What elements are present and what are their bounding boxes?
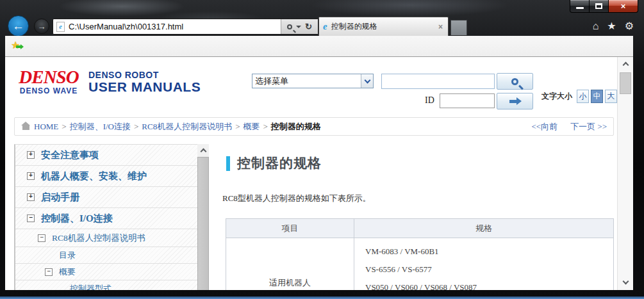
- page-scrollbar[interactable]: [617, 57, 633, 290]
- site-title-line1: DENSO ROBOT: [88, 70, 201, 80]
- text-size-small-button[interactable]: 小: [577, 90, 589, 103]
- chevron-up-icon: [200, 149, 206, 155]
- page-content: DENSO DENSO WAVE DENSO ROBOT USER MANUAL…: [5, 57, 633, 290]
- expand-icon[interactable]: +: [27, 151, 35, 159]
- back-icon: ←: [12, 19, 24, 33]
- text-size-label: 文字大小: [541, 91, 572, 102]
- expand-icon[interactable]: +: [27, 172, 35, 180]
- denso-logo-text: DENSO: [14, 67, 83, 86]
- close-button[interactable]: ×: [609, 0, 638, 13]
- scroll-up-button[interactable]: [618, 57, 633, 70]
- spec-line: VM-6083 / VM-60B1: [365, 243, 613, 261]
- address-bar[interactable]: e C:\UserManual\zh\001317.html ↻: [53, 19, 318, 35]
- minimize-button[interactable]: [570, 0, 590, 13]
- sidebar-item[interactable]: 目录: [15, 247, 197, 264]
- next-page-link[interactable]: 下一页 >>: [570, 121, 607, 133]
- table-row: 适用机器人 VM-6083 / VM-60B1VS-6556 / VS-6577…: [226, 238, 614, 291]
- id-go-button[interactable]: [497, 93, 533, 109]
- refresh-icon[interactable]: ↻: [305, 22, 312, 31]
- text-size-control: 文字大小 小 中 大: [541, 90, 617, 103]
- spec-cell: VM-6083 / VM-60B1VS-6556 / VS-6577VS050 …: [354, 238, 614, 291]
- denso-wave-text: DENSO WAVE: [14, 86, 83, 95]
- search-icon[interactable]: [287, 24, 292, 29]
- sidebar-scrollbar[interactable]: [197, 144, 209, 290]
- tab-close-icon[interactable]: ×: [437, 22, 444, 31]
- close-icon: ×: [621, 2, 626, 10]
- browser-tab[interactable]: e 控制器的规格 ×: [318, 17, 449, 36]
- text-size-large-button[interactable]: 大: [605, 90, 617, 103]
- collapse-icon[interactable]: −: [38, 234, 45, 242]
- settings-gear-icon[interactable]: ⚙: [625, 20, 634, 33]
- ie-icon: e: [323, 21, 327, 32]
- chevron-up-icon: [622, 61, 629, 68]
- item-cell: 适用机器人: [226, 238, 354, 291]
- sidebar-item[interactable]: −概要: [15, 264, 197, 280]
- maximize-button[interactable]: [590, 0, 609, 13]
- minimize-icon: [576, 7, 584, 9]
- chevron-down-icon: [622, 278, 629, 284]
- column-header-item: 项目: [226, 219, 354, 238]
- pager: <<向前 下一页 >>: [531, 121, 607, 133]
- intro-text: RC8型机器人控制器的规格如下表所示。: [222, 193, 371, 204]
- collapse-icon[interactable]: −: [27, 214, 35, 222]
- site-title-line2: USER MANUALS: [88, 80, 201, 94]
- text-size-medium-button[interactable]: 中: [591, 90, 603, 103]
- address-tools: ↻: [281, 19, 318, 34]
- spec-line: VS-6556 / VS-6577: [365, 261, 613, 279]
- favorites-bar: ★: [5, 36, 633, 57]
- address-text[interactable]: C:\UserManual\zh\001317.html: [69, 22, 281, 31]
- home-house-icon[interactable]: [22, 125, 29, 130]
- scroll-down-button[interactable]: [618, 275, 633, 289]
- breadcrumb-separator: >: [62, 122, 66, 132]
- home-icon[interactable]: ⌂: [593, 20, 599, 33]
- back-button[interactable]: ←: [8, 15, 29, 36]
- menu-select-value: 选择菜单: [252, 76, 361, 87]
- sidebar-item[interactable]: 控制器型式: [15, 280, 197, 290]
- sidebar-item[interactable]: +启动手册: [15, 187, 197, 208]
- sidebar-item-label: RC8机器人控制器说明书: [52, 232, 145, 244]
- id-label: ID: [425, 95, 434, 106]
- breadcrumb-link[interactable]: 控制器、I/O连接: [70, 121, 131, 133]
- sidebar-item-label: 目录: [59, 250, 76, 261]
- breadcrumb: HOME>控制器、I/O连接>RC8机器人控制器说明书>概要>控制器的规格 <<…: [14, 117, 614, 136]
- sidebar-item[interactable]: −RC8机器人控制器说明书: [15, 229, 197, 247]
- breadcrumb-link[interactable]: HOME: [34, 122, 58, 132]
- window-controls: ×: [570, 0, 638, 13]
- search-input[interactable]: [381, 74, 495, 89]
- page-title: 控制器的规格: [237, 154, 322, 172]
- add-favorite-icon[interactable]: ★: [11, 40, 24, 52]
- breadcrumb-current: 控制器的规格: [271, 121, 321, 133]
- sidebar-item[interactable]: −控制器、I/O连接: [15, 208, 197, 229]
- green-arrow-icon: [16, 45, 21, 48]
- forward-button[interactable]: →: [34, 19, 49, 34]
- menu-select[interactable]: 选择菜单: [252, 74, 374, 88]
- expand-icon[interactable]: +: [27, 193, 35, 201]
- scroll-thumb[interactable]: [620, 72, 631, 94]
- sidebar-scroll-thumb[interactable]: [197, 157, 209, 290]
- sidebar-item-label: 安全注意事项: [41, 149, 99, 161]
- collapse-icon[interactable]: −: [45, 268, 53, 276]
- sidebar-scroll-up-button[interactable]: [197, 144, 209, 157]
- menu-select-button[interactable]: [361, 74, 373, 88]
- id-input[interactable]: [440, 93, 495, 108]
- breadcrumb-link[interactable]: 概要: [244, 121, 260, 133]
- search-button[interactable]: [497, 73, 533, 90]
- favorites-star-icon[interactable]: ★: [607, 20, 616, 33]
- sidebar-item[interactable]: +安全注意事项: [15, 145, 197, 166]
- tab-title: 控制器的规格: [331, 21, 437, 32]
- breadcrumb-separator: >: [235, 122, 240, 132]
- heading-accent-bar: [226, 156, 230, 171]
- denso-logo[interactable]: DENSO DENSO WAVE: [14, 67, 83, 95]
- spec-table: 项目 规格 适用机器人 VM-6083 / VM-60B1VS-6556 / V…: [226, 218, 614, 290]
- forward-icon: →: [38, 22, 46, 31]
- sidebar-item-label: 启动手册: [41, 191, 79, 204]
- sidebar-tree: +安全注意事项+机器人概要、安装、维护+启动手册−控制器、I/O连接−RC8机器…: [14, 144, 197, 290]
- sidebar-item[interactable]: +机器人概要、安装、维护: [15, 166, 197, 187]
- maximize-icon: [595, 3, 602, 9]
- spec-line: VS050 / VS060 / VS068 / VS087: [365, 279, 613, 290]
- address-dropdown-icon[interactable]: [296, 26, 301, 28]
- sidebar-item-label: 控制器型式: [70, 283, 111, 290]
- prev-page-link[interactable]: <<向前: [531, 121, 557, 133]
- breadcrumb-link[interactable]: RC8机器人控制器说明书: [142, 121, 232, 133]
- new-tab-button[interactable]: [450, 20, 467, 35]
